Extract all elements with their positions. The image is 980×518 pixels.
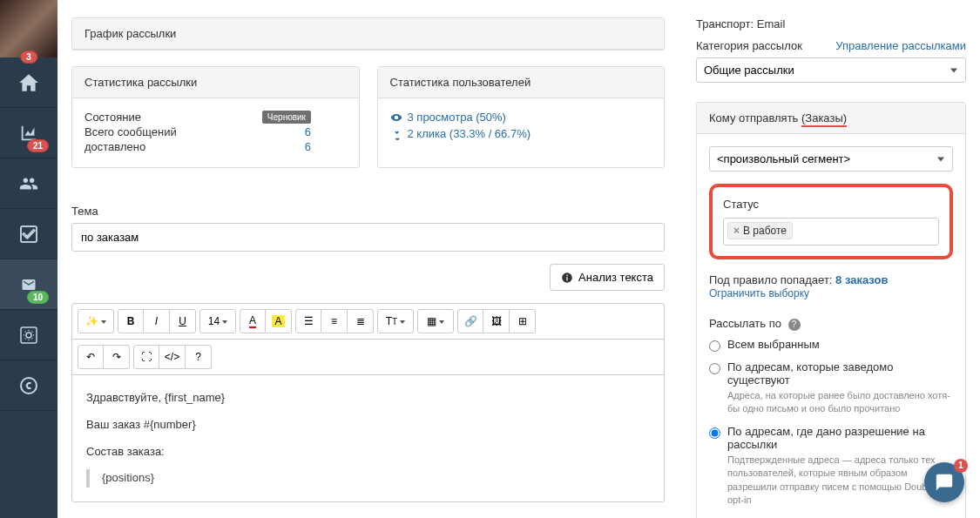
views-text: 3 просмотра (50%) (408, 111, 506, 124)
tb-help[interactable]: ? (186, 345, 212, 369)
tb-highlight[interactable]: A (266, 309, 292, 333)
stats-panel-title: Статистика рассылки (72, 67, 359, 98)
userstats-panel: Статистика пользователей 3 просмотра (50… (377, 66, 666, 168)
help-icon[interactable]: ? (788, 319, 801, 331)
tb-link[interactable]: 🔗 (457, 309, 483, 333)
tb-italic[interactable]: I (144, 309, 170, 333)
editor-toolbar-2: ↶ ↷ ⛶ </> ? (72, 340, 664, 375)
status-tag-input[interactable]: × В работе (723, 218, 939, 246)
recipients-suffix: (Заказы) (801, 111, 847, 127)
tb-ol[interactable]: ≡ (321, 309, 348, 333)
svg-point-2 (26, 333, 31, 338)
transport-label: Транспорт: (696, 17, 754, 30)
settings-box-icon (18, 325, 39, 346)
views-stat[interactable]: 3 просмотра (50%) (390, 111, 652, 124)
stat-total-label: Всего сообщений (84, 125, 177, 138)
radio-permitted[interactable]: По адресам, где дано разрешение на рассы… (709, 425, 953, 508)
recipients-panel-title: Кому отправлять (Заказы) (697, 103, 965, 134)
svg-rect-1 (21, 327, 37, 343)
nav-copyright[interactable] (0, 360, 57, 411)
eye-icon (390, 111, 402, 124)
avatar[interactable] (0, 0, 57, 57)
editor-body[interactable]: Здравствуйте, {first_name} Ваш заказ #{n… (72, 375, 664, 501)
stats-panel: Статистика рассылки Состояние Черновик В… (71, 66, 360, 168)
nav-reports[interactable]: 21 (0, 108, 57, 158)
userstats-panel-title: Статистика пользователей (378, 67, 665, 98)
tb-underline[interactable]: U (170, 309, 196, 333)
tb-fontsize[interactable]: 14 (199, 309, 236, 333)
stat-state-value: Черновик (262, 111, 311, 124)
status-filter-highlight: Статус × В работе (709, 184, 953, 259)
send-by-label: Рассылать по (709, 317, 781, 330)
nav-settings[interactable] (0, 310, 57, 360)
editor-line: Состав заказа: (86, 443, 650, 461)
chart-panel: График рассылки (71, 17, 665, 50)
tb-color[interactable]: A (240, 309, 266, 333)
tb-align[interactable]: ≣ (348, 309, 374, 333)
info-icon (561, 272, 573, 284)
tb-table[interactable]: ▦ (417, 309, 454, 333)
chart-panel-title: График рассылки (72, 18, 664, 50)
sidebar: 3 21 10 (0, 0, 57, 518)
nav-users[interactable] (0, 158, 57, 209)
tb-heading[interactable]: TT (377, 309, 414, 333)
category-label: Категория рассылок (696, 39, 802, 52)
stat-total-value[interactable]: 6 (305, 125, 311, 138)
chat-fab-badge: 1 (954, 459, 968, 473)
tb-bold[interactable]: B (118, 309, 144, 333)
tb-image[interactable]: 🖼 (483, 309, 510, 333)
editor-quote: {positions} (86, 469, 650, 488)
radio-existing[interactable]: По адресам, которые заведомо существуют … (709, 360, 953, 416)
clicks-text: 2 клика (33.3% / 66.7%) (408, 127, 531, 140)
editor-toolbar: ✨ B I U 14 A A ☰ ≡ ≣ TT ▦ (72, 304, 664, 340)
rule-prefix: Под правило попадает: (709, 273, 832, 286)
mail-icon (18, 277, 39, 293)
rule-count-link[interactable]: 8 заказов (835, 273, 888, 286)
radio-all[interactable]: Всем выбранным (709, 338, 953, 352)
editor-line: Ваш заказ #{number} (86, 416, 650, 434)
svg-point-5 (566, 274, 567, 275)
tb-code[interactable]: </> (159, 345, 186, 369)
tb-fullscreen[interactable]: ⛶ (133, 345, 159, 369)
stat-delivered-label: доставлено (84, 140, 145, 153)
analyze-label: Анализ текста (578, 271, 653, 284)
reports-badge: 21 (27, 139, 49, 152)
topic-label: Тема (71, 205, 665, 218)
mail-badge: 10 (27, 291, 49, 304)
tb-magic[interactable]: ✨ (78, 309, 114, 333)
chat-fab[interactable]: 1 (924, 462, 964, 502)
tb-ul[interactable]: ☰ (295, 309, 321, 333)
stat-state-label: Состояние (84, 111, 141, 124)
recipients-panel: Кому отправлять (Заказы) <произвольный с… (696, 102, 966, 518)
nav-home[interactable] (0, 57, 57, 108)
segment-select[interactable]: <произвольный сегмент> (709, 146, 953, 172)
svg-point-3 (21, 378, 37, 394)
tb-redo[interactable]: ↷ (104, 345, 130, 369)
manage-mailings-link[interactable]: Управление рассылками (835, 39, 966, 52)
transport-value: Email (757, 17, 786, 30)
analyze-button[interactable]: Анализ текста (550, 264, 665, 291)
transport-row: Транспорт: Email (696, 17, 966, 30)
category-select[interactable]: Общие рассылки (696, 57, 966, 83)
clicks-stat[interactable]: 2 клика (33.3% / 66.7%) (390, 127, 652, 140)
remove-chip-icon[interactable]: × (733, 225, 740, 237)
stat-delivered-value[interactable]: 6 (305, 140, 311, 153)
c-circle-icon (18, 375, 39, 396)
click-icon (390, 128, 402, 140)
tb-grid[interactable]: ⊞ (510, 309, 536, 333)
chat-icon (935, 473, 954, 492)
status-chip: × В работе (727, 222, 793, 239)
status-label: Статус (723, 198, 939, 211)
editor: ✨ B I U 14 A A ☰ ≡ ≣ TT ▦ (71, 303, 665, 502)
limit-selection-link[interactable]: Ограничить выборку (709, 287, 809, 299)
editor-line: Здравствуйте, {first_name} (86, 389, 650, 407)
tb-undo[interactable]: ↶ (78, 345, 104, 369)
checkbox-icon (18, 224, 39, 245)
users-icon (17, 174, 40, 193)
topic-input[interactable] (71, 223, 665, 252)
nav-mail[interactable]: 10 (0, 259, 57, 310)
home-icon (17, 71, 40, 94)
nav-tasks[interactable] (0, 209, 57, 259)
